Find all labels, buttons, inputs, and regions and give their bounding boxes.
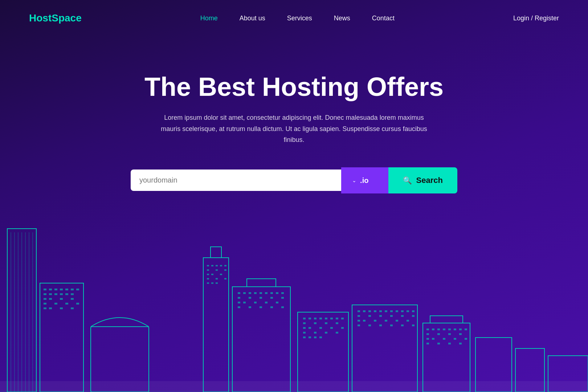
- svg-rect-123: [412, 315, 415, 317]
- svg-rect-45: [207, 274, 209, 275]
- svg-rect-102: [303, 336, 306, 338]
- page-wrapper: HostSpace Home About us Services News Co…: [0, 0, 588, 392]
- svg-rect-142: [448, 328, 451, 330]
- svg-rect-119: [368, 315, 371, 317]
- svg-rect-84: [319, 318, 322, 319]
- svg-rect-51: [207, 282, 209, 284]
- svg-rect-132: [379, 324, 382, 326]
- svg-rect-116: [407, 310, 409, 312]
- domain-extension-select[interactable]: .io .com .net .org: [360, 176, 377, 184]
- login-register-button[interactable]: Login / Register: [513, 15, 559, 22]
- svg-rect-78: [270, 306, 273, 308]
- navbar: HostSpace Home About us Services News Co…: [0, 0, 588, 36]
- nav-services[interactable]: Services: [287, 15, 312, 22]
- svg-rect-156: [437, 343, 440, 344]
- svg-rect-67: [260, 297, 262, 299]
- svg-rect-29: [76, 303, 79, 305]
- svg-rect-135: [412, 324, 415, 326]
- svg-rect-140: [437, 328, 440, 330]
- svg-rect-65: [238, 297, 240, 299]
- svg-rect-19: [60, 293, 63, 295]
- nav-contact[interactable]: Contact: [372, 15, 395, 22]
- svg-rect-25: [71, 298, 74, 300]
- svg-rect-15: [76, 289, 79, 290]
- svg-rect-121: [390, 315, 393, 317]
- svg-rect-158: [459, 343, 462, 344]
- svg-rect-88: [341, 318, 344, 319]
- svg-rect-144: [459, 328, 462, 330]
- svg-rect-71: [243, 302, 246, 303]
- svg-rect-159: [475, 338, 512, 392]
- svg-rect-38: [211, 265, 213, 266]
- search-button[interactable]: 🔍 Search: [388, 167, 457, 193]
- svg-rect-133: [390, 324, 393, 326]
- svg-rect-9: [44, 289, 46, 290]
- svg-rect-82: [309, 318, 311, 319]
- svg-rect-12: [60, 289, 63, 290]
- svg-rect-124: [358, 320, 360, 322]
- svg-rect-72: [254, 302, 257, 303]
- nav-about[interactable]: About us: [240, 15, 265, 22]
- svg-rect-153: [454, 338, 456, 340]
- nav-links: Home About us Services News Contact: [200, 15, 395, 22]
- svg-rect-130: [358, 324, 360, 326]
- svg-rect-33: [71, 307, 74, 309]
- svg-rect-96: [330, 327, 333, 329]
- svg-rect-52: [211, 282, 213, 284]
- svg-rect-70: [238, 302, 240, 303]
- nav-news[interactable]: News: [334, 15, 350, 22]
- svg-rect-42: [207, 269, 209, 271]
- svg-rect-28: [65, 303, 68, 305]
- svg-rect-89: [303, 322, 306, 324]
- svg-rect-137: [430, 316, 463, 323]
- svg-rect-48: [207, 278, 209, 279]
- svg-rect-46: [211, 274, 213, 275]
- svg-rect-76: [249, 306, 251, 308]
- svg-rect-50: [224, 278, 226, 279]
- svg-rect-106: [352, 305, 417, 392]
- logo[interactable]: HostSpace: [29, 12, 82, 24]
- svg-rect-105: [319, 336, 322, 338]
- svg-rect-152: [443, 338, 445, 340]
- svg-rect-23: [49, 298, 52, 300]
- search-button-label: Search: [416, 176, 443, 185]
- svg-rect-73: [265, 302, 268, 303]
- svg-rect-145: [465, 328, 467, 330]
- svg-rect-17: [49, 293, 52, 295]
- svg-rect-36: [211, 247, 221, 258]
- svg-rect-44: [224, 269, 226, 271]
- svg-rect-95: [319, 327, 322, 329]
- svg-rect-143: [454, 328, 456, 330]
- svg-rect-27: [54, 303, 57, 305]
- svg-rect-63: [276, 292, 278, 294]
- domain-extension-selector[interactable]: ⌄ .io .com .net .org: [341, 167, 388, 193]
- svg-rect-120: [379, 315, 382, 317]
- chevron-down-icon: ⌄: [352, 177, 356, 183]
- svg-rect-58: [249, 292, 251, 294]
- nav-home[interactable]: Home: [200, 15, 218, 22]
- svg-rect-61: [265, 292, 268, 294]
- svg-rect-122: [401, 315, 404, 317]
- svg-rect-13: [65, 289, 68, 290]
- hero-section: The Best Hosting Offers Lorem ipsum dolo…: [0, 36, 588, 193]
- svg-rect-129: [407, 320, 409, 322]
- svg-rect-21: [71, 293, 74, 295]
- svg-rect-57: [243, 292, 246, 294]
- svg-rect-99: [314, 332, 317, 334]
- svg-rect-91: [325, 322, 327, 324]
- svg-rect-69: [281, 297, 284, 299]
- svg-rect-97: [341, 327, 344, 329]
- cityscape-illustration: [0, 211, 588, 392]
- svg-rect-37: [207, 265, 209, 266]
- svg-rect-10: [49, 289, 52, 290]
- svg-rect-113: [390, 310, 393, 312]
- svg-rect-136: [423, 323, 470, 392]
- svg-rect-161: [548, 356, 588, 392]
- svg-rect-90: [314, 322, 317, 324]
- svg-rect-24: [60, 298, 63, 300]
- domain-search-input[interactable]: [139, 176, 332, 184]
- svg-rect-64: [281, 292, 284, 294]
- svg-rect-86: [330, 318, 333, 319]
- svg-rect-41: [224, 265, 226, 266]
- svg-rect-160: [515, 348, 544, 392]
